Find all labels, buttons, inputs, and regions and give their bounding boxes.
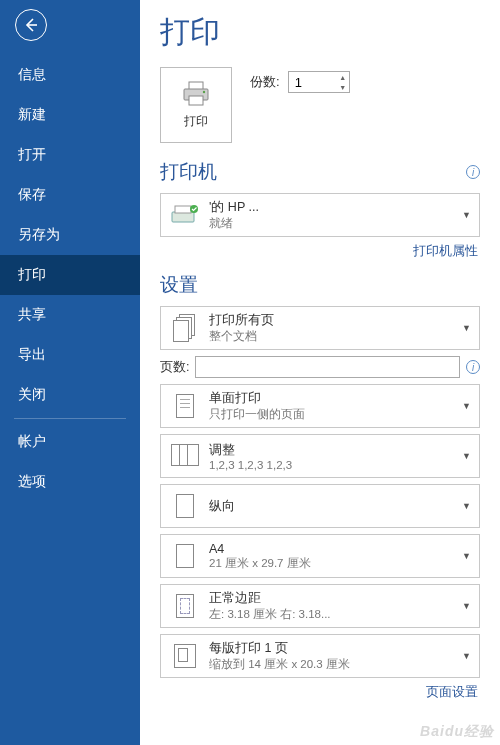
margins-sub: 左: 3.18 厘米 右: 3.18... bbox=[209, 607, 458, 622]
sidebar-item-close[interactable]: 关闭 bbox=[0, 375, 140, 415]
chevron-down-icon: ▼ bbox=[462, 401, 471, 411]
sidebar-item-saveas[interactable]: 另存为 bbox=[0, 215, 140, 255]
sidebar-item-options[interactable]: 选项 bbox=[0, 462, 140, 502]
paper-icon bbox=[169, 540, 201, 572]
persheet-title: 每版打印 1 页 bbox=[209, 640, 458, 657]
back-arrow-icon bbox=[23, 17, 39, 33]
page-setup-link[interactable]: 页面设置 bbox=[160, 684, 478, 701]
pages-label: 页数: bbox=[160, 359, 189, 376]
chevron-down-icon: ▼ bbox=[462, 210, 471, 220]
scope-sub: 整个文档 bbox=[209, 329, 458, 344]
side-title: 单面打印 bbox=[209, 390, 458, 407]
copies-up-icon[interactable]: ▲ bbox=[337, 72, 349, 82]
svg-point-6 bbox=[190, 205, 198, 213]
printer-device-icon bbox=[169, 199, 201, 231]
sidebar-item-save[interactable]: 保存 bbox=[0, 175, 140, 215]
chevron-down-icon: ▼ bbox=[462, 501, 471, 511]
printer-status: 就绪 bbox=[209, 216, 458, 231]
persheet-sub: 缩放到 14 厘米 x 20.3 厘米 bbox=[209, 657, 458, 672]
print-scope-dropdown[interactable]: 打印所有页 整个文档 ▼ bbox=[160, 306, 480, 350]
page-title: 打印 bbox=[160, 12, 480, 53]
sidebar-item-export[interactable]: 导出 bbox=[0, 335, 140, 375]
print-button-label: 打印 bbox=[184, 113, 208, 130]
chevron-down-icon: ▼ bbox=[462, 601, 471, 611]
chevron-down-icon: ▼ bbox=[462, 323, 471, 333]
printer-name: '的 HP ... bbox=[209, 199, 458, 216]
copies-spinner[interactable]: 1 ▲ ▼ bbox=[288, 71, 350, 93]
sidebar-divider bbox=[14, 418, 126, 419]
sidebar-item-open[interactable]: 打开 bbox=[0, 135, 140, 175]
printer-properties-link[interactable]: 打印机属性 bbox=[160, 243, 478, 260]
pages-input[interactable] bbox=[195, 356, 460, 378]
orient-title: 纵向 bbox=[209, 498, 458, 515]
scale-icon bbox=[169, 640, 201, 672]
chevron-down-icon: ▼ bbox=[462, 551, 471, 561]
pages-per-sheet-dropdown[interactable]: 每版打印 1 页 缩放到 14 厘米 x 20.3 厘米 ▼ bbox=[160, 634, 480, 678]
paper-sub: 21 厘米 x 29.7 厘米 bbox=[209, 556, 458, 571]
collate-sub: 1,2,3 1,2,3 1,2,3 bbox=[209, 459, 458, 471]
copies-value: 1 bbox=[289, 75, 337, 90]
sidebar: 信息 新建 打开 保存 另存为 打印 共享 导出 关闭 帐户 选项 bbox=[0, 0, 140, 745]
svg-point-3 bbox=[203, 90, 205, 92]
svg-rect-2 bbox=[189, 96, 203, 105]
copies-label: 份数: bbox=[250, 73, 280, 91]
chevron-down-icon: ▼ bbox=[462, 651, 471, 661]
back-button[interactable] bbox=[15, 9, 47, 41]
print-button[interactable]: 打印 bbox=[160, 67, 232, 143]
sidebar-item-print[interactable]: 打印 bbox=[0, 255, 140, 295]
copies-down-icon[interactable]: ▼ bbox=[337, 82, 349, 92]
single-page-icon bbox=[169, 390, 201, 422]
settings-section-title: 设置 bbox=[160, 272, 198, 298]
margins-title: 正常边距 bbox=[209, 590, 458, 607]
sidebar-item-share[interactable]: 共享 bbox=[0, 295, 140, 335]
info-icon[interactable]: i bbox=[466, 360, 480, 374]
side-sub: 只打印一侧的页面 bbox=[209, 407, 458, 422]
printer-icon bbox=[181, 81, 211, 107]
info-icon[interactable]: i bbox=[466, 165, 480, 179]
svg-rect-5 bbox=[175, 206, 191, 213]
orientation-dropdown[interactable]: 纵向 ▼ bbox=[160, 484, 480, 528]
main-panel: 打印 打印 份数: 1 ▲ ▼ 打印机 i bbox=[140, 0, 500, 745]
printer-section-title: 打印机 bbox=[160, 159, 217, 185]
sidebar-item-info[interactable]: 信息 bbox=[0, 55, 140, 95]
pages-stack-icon bbox=[169, 312, 201, 344]
sidebar-item-account[interactable]: 帐户 bbox=[0, 422, 140, 462]
chevron-down-icon: ▼ bbox=[462, 451, 471, 461]
collate-dropdown[interactable]: 调整 1,2,3 1,2,3 1,2,3 ▼ bbox=[160, 434, 480, 478]
paper-size-dropdown[interactable]: A4 21 厘米 x 29.7 厘米 ▼ bbox=[160, 534, 480, 578]
print-side-dropdown[interactable]: 单面打印 只打印一侧的页面 ▼ bbox=[160, 384, 480, 428]
sidebar-item-new[interactable]: 新建 bbox=[0, 95, 140, 135]
printer-dropdown[interactable]: '的 HP ... 就绪 ▼ bbox=[160, 193, 480, 237]
watermark: Baidu经验 bbox=[420, 723, 494, 741]
paper-title: A4 bbox=[209, 542, 458, 556]
margins-dropdown[interactable]: 正常边距 左: 3.18 厘米 右: 3.18... ▼ bbox=[160, 584, 480, 628]
collate-icon bbox=[169, 440, 201, 472]
collate-title: 调整 bbox=[209, 442, 458, 459]
portrait-icon bbox=[169, 490, 201, 522]
scope-title: 打印所有页 bbox=[209, 312, 458, 329]
margins-icon bbox=[169, 590, 201, 622]
